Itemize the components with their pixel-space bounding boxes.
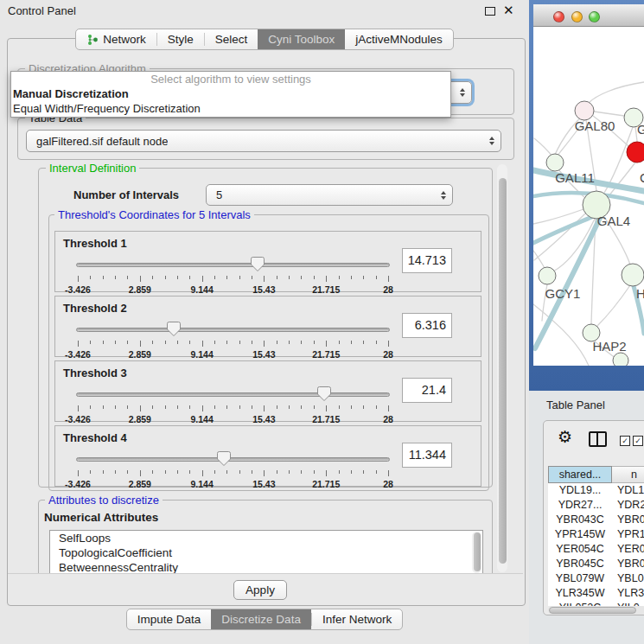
table-row[interactable]: YBR045C YBR0 [548, 557, 644, 571]
combo-stepper-icon[interactable] [489, 137, 494, 145]
tab-network[interactable]: Network [76, 29, 156, 49]
list-item[interactable]: TopologicalCoefficient [50, 545, 482, 560]
close-icon[interactable]: ✕ [503, 3, 514, 18]
table-cell[interactable]: YBR045C [548, 557, 612, 571]
table-cell[interactable]: YLR345W [548, 586, 612, 601]
slider-thumb[interactable] [217, 451, 231, 467]
network-node[interactable] [622, 264, 644, 286]
network-window-titlebar[interactable] [533, 4, 644, 27]
network-edge[interactable] [597, 285, 630, 326]
table-cell[interactable]: YDL19... [548, 483, 612, 498]
table-data-combobox[interactable]: galFiltered.sif default node [26, 130, 501, 152]
threshold-value-box[interactable]: 21.4 [402, 378, 452, 403]
table-cell[interactable]: YER054C [548, 542, 612, 557]
checked-checkbox-icon[interactable]: ✓ [620, 436, 630, 446]
slider-track[interactable] [76, 457, 390, 462]
numerical-attributes-list[interactable]: SelfLoopsTopologicalCoefficientBetweenne… [49, 530, 483, 574]
threshold-value-box[interactable]: 6.316 [402, 313, 452, 338]
table-row[interactable]: YBR043C YBR0 [548, 513, 644, 527]
tab-infer-network[interactable]: Infer Network [312, 609, 402, 629]
float-window-icon[interactable] [485, 7, 495, 16]
table-cell[interactable]: YBL0 [612, 571, 644, 586]
slider-track[interactable] [76, 328, 390, 332]
slider-ticks [78, 276, 388, 283]
column-header-name[interactable]: n [612, 466, 644, 483]
combo-stepper-icon[interactable] [441, 191, 446, 200]
threshold-value-box[interactable]: 11.344 [402, 443, 452, 468]
network-node[interactable] [627, 142, 644, 163]
table-row[interactable]: YLR345W YLR3 [548, 586, 644, 601]
table-horizontal-scrollbar[interactable] [548, 606, 644, 615]
column-header-shared-name[interactable]: shared... [548, 466, 612, 483]
slider-track[interactable] [76, 392, 390, 397]
thresholds-group: Threshold's Coordinates for 5 Intervals … [48, 214, 489, 491]
tab-select[interactable]: Select [205, 29, 258, 49]
network-node[interactable] [546, 154, 564, 171]
slider-thumb[interactable] [167, 322, 181, 337]
table-row[interactable]: YPR145W YPR1 [548, 527, 644, 542]
slider-tick [127, 341, 128, 344]
slider-thumb[interactable] [317, 386, 331, 402]
tab-cyni-toolbox[interactable]: Cyni Toolbox [258, 29, 345, 49]
threshold-value-box[interactable]: 14.713 [402, 248, 452, 273]
minimize-traffic-light-icon[interactable] [571, 11, 583, 22]
zoom-traffic-light-icon[interactable] [589, 11, 600, 22]
network-edge[interactable] [534, 138, 553, 157]
slider-tick [363, 276, 364, 279]
table-row[interactable]: YBL079W YBL0 [548, 571, 644, 586]
table-cell[interactable]: YER0 [612, 542, 644, 557]
split-view-icon[interactable] [589, 431, 607, 447]
tab-style[interactable]: Style [157, 29, 204, 49]
network-edge[interactable] [589, 82, 644, 103]
checked-checkbox-icon[interactable]: ✓ [633, 436, 643, 446]
table-cell[interactable]: YPR1 [612, 527, 644, 542]
table-cell[interactable]: YDR2 [612, 498, 644, 513]
popup-option-manual-discretization[interactable]: Manual Discretization [11, 86, 450, 101]
table-cell[interactable]: YBR043C [548, 513, 612, 527]
table-cell[interactable]: YBR0 [612, 557, 644, 571]
bottom-tab-pill: Impute Data Discretize Data Infer Networ… [126, 609, 403, 630]
slider-ticks [78, 405, 388, 412]
number-of-intervals-combobox[interactable]: 5 [206, 184, 453, 206]
slider-tick [239, 341, 240, 344]
network-node[interactable] [613, 353, 628, 366]
popup-option-equal-width-frequency[interactable]: Equal Width/Frequency Discretization [11, 101, 450, 116]
combo-stepper-icon[interactable] [460, 88, 465, 97]
table-cell[interactable]: YPR145W [548, 527, 612, 542]
table-cell[interactable]: YLR3 [612, 586, 644, 601]
network-node[interactable] [539, 267, 556, 284]
network-canvas[interactable]: GAL80GACGAL11GAL4GCY1HHAP2 [533, 27, 644, 366]
apply-button[interactable]: Apply [233, 580, 287, 600]
table-cell[interactable]: YBR0 [612, 513, 644, 527]
slider-tick-label: 21.715 [312, 414, 340, 424]
list-item[interactable]: SelfLoops [50, 531, 482, 545]
slider-tick [90, 341, 91, 344]
table-row[interactable]: YER054C YER0 [548, 542, 644, 557]
threshold-slider[interactable]: -3.4262.8599.14415.4321.71528 [76, 386, 390, 422]
slider-tick [388, 276, 389, 282]
threshold-slider[interactable]: -3.4262.8599.14415.4321.71528 [76, 321, 390, 357]
table-cell[interactable]: YBL079W [548, 571, 612, 586]
list-item[interactable]: BetweennessCentrality [50, 560, 482, 574]
table-row[interactable]: YDR27... YDR2 [548, 498, 644, 513]
gear-icon[interactable]: ⚙ [558, 429, 572, 445]
table-cell[interactable]: YDL1 [612, 483, 644, 498]
threshold-slider[interactable]: -3.4262.8599.14415.4321.71528 [76, 256, 390, 292]
slider-thumb[interactable] [251, 257, 265, 272]
scrollbar-thumb[interactable] [499, 178, 507, 564]
threshold-slider[interactable]: -3.4262.8599.14415.4321.71528 [76, 450, 390, 487]
table-row[interactable]: YDL19... YDL1 [548, 483, 644, 498]
tab-discretize-data[interactable]: Discretize Data [211, 609, 311, 629]
slider-tick [326, 276, 327, 282]
close-traffic-light-icon[interactable] [553, 11, 564, 22]
network-node[interactable] [575, 101, 594, 120]
attributes-list-scrollbar[interactable] [472, 532, 481, 573]
network-edge[interactable] [533, 216, 594, 243]
slider-track[interactable] [76, 263, 390, 267]
table-cell[interactable]: YDR27... [548, 498, 612, 513]
scrollbar-thumb[interactable] [549, 607, 636, 614]
panel-vertical-scrollbar[interactable] [497, 164, 507, 572]
tab-impute-data[interactable]: Impute Data [127, 609, 212, 629]
tab-jactivemnodules[interactable]: jActiveMNodules [345, 29, 453, 49]
network-edge[interactable] [594, 112, 624, 116]
